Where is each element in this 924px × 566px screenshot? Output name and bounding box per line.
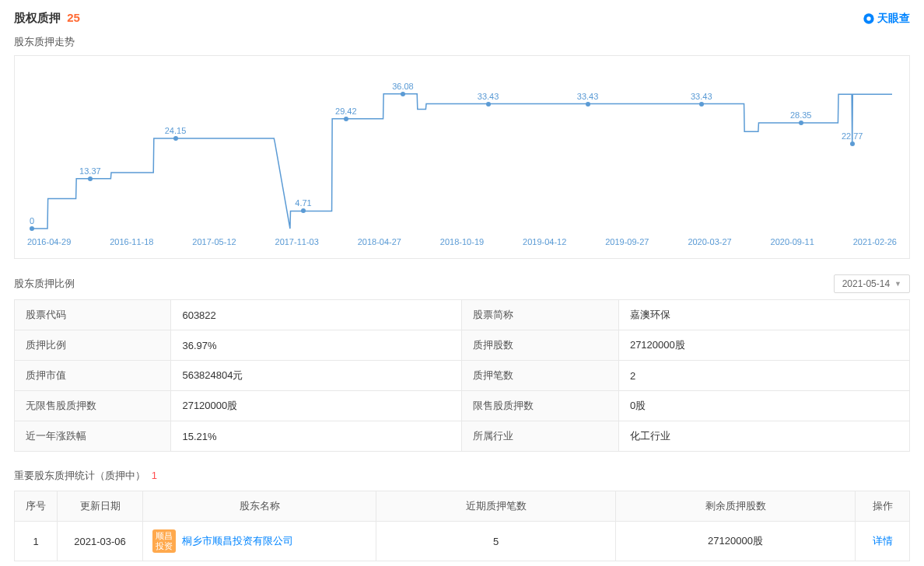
chart-point-label: 29.42 — [335, 107, 357, 116]
cell-name: 顺昌投资桐乡市顺昌投资有限公司 — [143, 522, 376, 561]
col-recent: 近期质押笔数 — [376, 491, 616, 522]
brand-text: 天眼查 — [877, 12, 910, 26]
chart-point-label: 4.71 — [295, 198, 311, 208]
chart-point-label: 36.08 — [392, 82, 414, 91]
cell-op: 详情 — [856, 522, 910, 561]
stats-count: 1 — [152, 470, 157, 481]
date-selected: 2021-05-14 — [842, 278, 890, 289]
x-tick: 2018-10-19 — [440, 237, 484, 246]
chart-point-label: 28.35 — [790, 110, 812, 120]
ratio-val: 15.21% — [171, 421, 462, 452]
col-remain: 剩余质押股数 — [616, 491, 856, 522]
cell-remain: 27120000股 — [616, 522, 856, 561]
col-idx: 序号 — [15, 491, 58, 522]
chart-point-label: 22.77 — [842, 131, 863, 141]
ratio-key: 无限售股质押数 — [15, 391, 171, 421]
title-count: 25 — [67, 11, 80, 24]
stats-title: 重要股东质押统计（质押中） 1 — [14, 469, 910, 483]
ratio-key: 股票代码 — [15, 300, 171, 330]
x-tick: 2017-05-12 — [192, 237, 236, 246]
cell-date: 2021-03-06 — [58, 522, 143, 561]
x-tick: 2020-03-27 — [688, 237, 731, 246]
table-row: 12021-03-06顺昌投资桐乡市顺昌投资有限公司527120000股详情 — [15, 522, 910, 561]
ratio-key: 限售股质押数 — [462, 391, 618, 421]
x-tick: 2017-11-03 — [275, 237, 319, 246]
chart-point — [586, 102, 590, 107]
col-name: 股东名称 — [143, 491, 376, 522]
ratio-val: 嘉澳环保 — [618, 300, 909, 330]
x-tick: 2021-02-26 — [853, 237, 897, 246]
chart-point — [30, 226, 34, 231]
col-date: 更新日期 — [58, 491, 143, 522]
chart-point-label: 33.43 — [577, 92, 599, 101]
brand-logo[interactable]: 天眼查 — [863, 12, 910, 26]
chart-svg — [24, 64, 900, 235]
x-tick: 2020-09-11 — [771, 237, 814, 246]
title-text: 股权质押 — [14, 11, 61, 24]
ratio-key: 质押股数 — [462, 330, 618, 361]
chart-point — [799, 121, 803, 125]
ratio-val: 化工行业 — [618, 421, 909, 452]
chart-point — [850, 142, 855, 146]
chart-point — [173, 136, 178, 141]
ratio-key: 股票简称 — [462, 300, 618, 330]
ratio-val: 36.97% — [171, 330, 462, 361]
ratio-val: 27120000股 — [618, 330, 909, 361]
stats-title-text: 重要股东质押统计（质押中） — [14, 470, 145, 481]
cell-recent: 5 — [376, 522, 616, 561]
chart-point — [486, 102, 491, 107]
stats-table: 序号 更新日期 股东名称 近期质押笔数 剩余质押股数 操作 12021-03-0… — [14, 491, 910, 561]
trend-subtitle: 股东质押走势 — [14, 35, 910, 49]
chart-point-label: 24.15 — [165, 126, 187, 135]
chart-point-label: 13.37 — [79, 166, 101, 176]
ratio-key: 所属行业 — [462, 421, 618, 452]
ratio-table: 股票代码603822股票简称嘉澳环保质押比例36.97%质押股数27120000… — [14, 299, 910, 452]
ratio-key: 近一年涨跌幅 — [15, 421, 171, 452]
x-tick: 2019-04-12 — [523, 237, 566, 246]
chart-point — [699, 102, 704, 107]
ratio-key: 质押市值 — [15, 361, 171, 391]
chart-point-label: 33.43 — [478, 92, 499, 101]
trend-chart: 013.3724.154.7129.4236.0833.4333.4333.43… — [14, 55, 910, 259]
chart-point — [401, 92, 405, 96]
x-tick: 2018-04-27 — [358, 237, 401, 246]
x-tick: 2019-09-27 — [605, 237, 649, 246]
x-tick: 2016-11-18 — [110, 237, 153, 246]
chart-area: 013.3724.154.7129.4236.0833.4333.4333.43… — [24, 64, 900, 235]
chart-point — [301, 208, 306, 213]
chart-point-label: 0 — [30, 216, 34, 225]
eye-icon — [863, 12, 875, 25]
ratio-key: 质押比例 — [15, 330, 171, 361]
ratio-val: 603822 — [171, 300, 462, 330]
company-logo-icon: 顺昌投资 — [152, 529, 176, 553]
cell-idx: 1 — [15, 522, 58, 561]
chart-point — [88, 176, 93, 181]
page-header: 股权质押 25 天眼查 — [14, 11, 910, 26]
ratio-key: 质押笔数 — [462, 361, 618, 391]
svg-point-1 — [866, 16, 870, 20]
chart-x-axis: 2016-04-292016-11-182017-05-122017-11-03… — [24, 237, 900, 246]
ratio-val: 563824804元 — [171, 361, 462, 391]
ratio-val: 0股 — [618, 391, 909, 421]
ratio-val: 2 — [618, 361, 909, 391]
ratio-val: 27120000股 — [171, 391, 462, 421]
chart-point-label: 33.43 — [691, 92, 712, 101]
chart-point — [344, 117, 348, 121]
ratio-title: 股东质押比例 — [14, 277, 75, 291]
col-op: 操作 — [856, 491, 910, 522]
page-title: 股权质押 25 — [14, 11, 80, 26]
chevron-down-icon: ▼ — [894, 280, 901, 288]
x-tick: 2016-04-29 — [27, 237, 71, 246]
date-dropdown[interactable]: 2021-05-14 ▼ — [834, 274, 910, 293]
detail-link[interactable]: 详情 — [873, 535, 893, 547]
company-link[interactable]: 桐乡市顺昌投资有限公司 — [182, 534, 293, 548]
